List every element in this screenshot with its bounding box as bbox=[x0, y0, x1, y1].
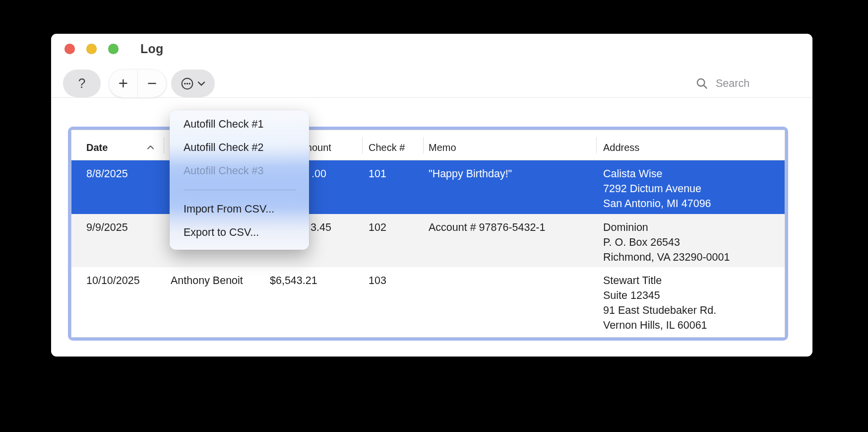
column-header-label: Address bbox=[603, 142, 639, 153]
address-line: Suite 12345 bbox=[603, 288, 782, 303]
window-title: Log bbox=[140, 42, 163, 56]
address-line: Dominion bbox=[603, 220, 782, 235]
address-line: P. O. Box 26543 bbox=[603, 235, 782, 250]
remove-button[interactable]: − bbox=[138, 70, 166, 97]
address-line: 91 East Studebaker Rd. bbox=[603, 303, 782, 318]
column-header-check[interactable]: Check # bbox=[363, 130, 424, 160]
column-header-label: Memo bbox=[429, 142, 456, 153]
cell-amount: $6,543.21 bbox=[263, 267, 363, 337]
help-icon: ? bbox=[78, 76, 85, 91]
add-remove-segmented-control: + − bbox=[109, 70, 166, 97]
cell-check: 101 bbox=[363, 160, 424, 214]
titlebar: Log bbox=[51, 34, 812, 64]
circle-ellipsis-icon bbox=[181, 77, 194, 90]
cell-memo: Account # 97876-5432-1 bbox=[424, 214, 597, 267]
actions-menu-button[interactable] bbox=[171, 70, 215, 97]
zoom-button[interactable] bbox=[108, 44, 119, 54]
help-button[interactable]: ? bbox=[63, 70, 101, 97]
column-header-label: Date bbox=[86, 142, 108, 153]
close-button[interactable] bbox=[64, 44, 75, 54]
column-header-date[interactable]: Date bbox=[71, 130, 164, 160]
chevron-down-icon bbox=[197, 81, 205, 86]
minus-icon: − bbox=[147, 74, 157, 93]
column-header-label: Check # bbox=[369, 142, 405, 153]
cell-address: Stewart TitleSuite 1234591 East Studebak… bbox=[597, 267, 785, 337]
menu-item[interactable]: Autofill Check #1 bbox=[170, 113, 309, 136]
app-window: Log ? + − bbox=[51, 34, 812, 357]
toolbar-divider bbox=[51, 97, 812, 98]
column-header-address[interactable]: Address bbox=[597, 130, 785, 160]
cell-memo: "Happy Birthday!" bbox=[424, 160, 597, 214]
cell-check: 102 bbox=[363, 214, 424, 267]
search-field[interactable] bbox=[696, 70, 791, 97]
address-line: Vernon Hills, IL 60061 bbox=[603, 318, 782, 333]
add-button[interactable]: + bbox=[109, 70, 137, 97]
cell-address: DominionP. O. Box 26543Richmond, VA 2329… bbox=[597, 214, 785, 267]
sort-ascending-icon bbox=[147, 145, 154, 150]
actions-pulldown-menu: Autofill Check #1Autofill Check #2Autofi… bbox=[170, 110, 309, 250]
address-line: San Antonio, MI 47096 bbox=[603, 196, 782, 211]
address-line: Calista Wise bbox=[603, 166, 782, 181]
address-line: 7292 Dictum Avenue bbox=[603, 181, 782, 196]
cell-date: 9/9/2025 bbox=[71, 214, 164, 267]
minimize-button[interactable] bbox=[86, 44, 97, 54]
table-row[interactable]: 10/10/2025Anthony Benoit$6,543.21103Stew… bbox=[71, 267, 785, 337]
menu-item: Autofill Check #3 bbox=[170, 159, 309, 183]
cell-date: 8/8/2025 bbox=[71, 160, 164, 214]
cell-payee: Anthony Benoit bbox=[164, 267, 263, 337]
menu-item[interactable]: Import From CSV... bbox=[170, 198, 309, 221]
cell-check: 103 bbox=[363, 267, 424, 337]
cell-memo bbox=[424, 267, 597, 337]
address-line: Stewart Title bbox=[603, 273, 782, 288]
search-icon bbox=[696, 77, 708, 90]
menu-item[interactable]: Autofill Check #2 bbox=[170, 136, 309, 159]
cell-date: 10/10/2025 bbox=[71, 267, 164, 337]
menu-item[interactable]: Export to CSV... bbox=[170, 221, 309, 244]
menu-separator bbox=[184, 190, 296, 190]
cell-address: Calista Wise7292 Dictum AvenueSan Antoni… bbox=[597, 160, 785, 214]
search-input[interactable] bbox=[715, 77, 791, 90]
plus-icon: + bbox=[119, 74, 128, 93]
address-line: Richmond, VA 23290-0001 bbox=[603, 250, 782, 265]
column-header-memo[interactable]: Memo bbox=[424, 130, 597, 160]
